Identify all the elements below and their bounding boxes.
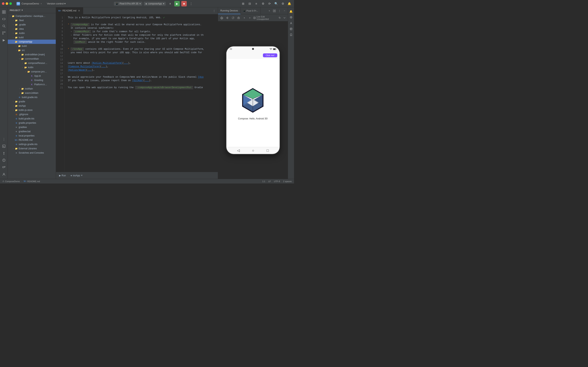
tree-item-local-properties[interactable]: › ⚙ local.properties bbox=[8, 133, 56, 138]
tree-item-idea[interactable]: › 📁 .idea bbox=[8, 27, 56, 31]
refresh-live-edit-btn[interactable]: ↻ bbox=[278, 16, 282, 20]
run-button[interactable]: ▶ bbox=[174, 1, 180, 6]
status-indent[interactable]: 2 spaces bbox=[283, 180, 292, 183]
search-everywhere-btn[interactable]: 🔍 bbox=[273, 1, 279, 6]
code-editor[interactable]: 1 2 3 4 5 6 7 8 9 10 11 12 13 14 15 16 1 bbox=[56, 14, 218, 172]
tree-item-appkt[interactable]: › K App.kt bbox=[8, 74, 56, 78]
tree-item-composepro[interactable]: › 📂 compose.pro… bbox=[8, 69, 56, 74]
parallel-runs-btn[interactable]: ⏸ bbox=[167, 1, 173, 6]
settings-btn[interactable]: ⚙ bbox=[280, 1, 285, 6]
activity-profile-btn[interactable] bbox=[1, 171, 7, 177]
tree-item-buildgradle-compose[interactable]: › ⚙ build.gradle.kts bbox=[8, 95, 56, 100]
tree-item-iosapp[interactable]: › 📁 iosApp bbox=[8, 104, 56, 108]
editor-tab-readme[interactable]: M+ README.md ✕ bbox=[56, 7, 83, 14]
tab-more-btn[interactable]: ⋮ bbox=[212, 9, 216, 13]
profiler-btn[interactable]: ⊞ bbox=[240, 1, 246, 6]
tree-item-gradle-properties[interactable]: › ⚙ gradle.properties bbox=[8, 121, 56, 125]
activity-project-btn[interactable] bbox=[1, 9, 7, 15]
tree-item-kotlin-src[interactable]: › 📂 kotlin bbox=[8, 65, 56, 69]
ai-side-btn[interactable] bbox=[289, 21, 294, 26]
device-selector[interactable]: 📱 Pixel 9 Pro API 35 ▾ bbox=[114, 2, 142, 6]
tree-item-buildgradle-root[interactable]: › ⚙ build.gradle.kts bbox=[8, 117, 56, 121]
inspect-side-btn[interactable] bbox=[289, 15, 294, 20]
vcs-btn[interactable]: ⚙ bbox=[260, 1, 266, 6]
more-tools-btn[interactable] bbox=[282, 16, 287, 20]
activity-problems-btn[interactable] bbox=[1, 157, 7, 163]
tree-item-src[interactable]: › 📂 src bbox=[8, 48, 56, 52]
build-btn[interactable]: ≡ bbox=[254, 1, 259, 6]
tree-item-gitignore[interactable]: › ⊘ .gitignore bbox=[8, 112, 56, 117]
app-selector[interactable]: ◈ composeApp ▾ bbox=[144, 2, 166, 6]
activity-run-btn[interactable]: ▶ bbox=[1, 37, 7, 43]
tree-item-settings-gradle[interactable]: › ⚙ settings.gradle.kts bbox=[8, 142, 56, 146]
activity-terminal-btn[interactable] bbox=[1, 143, 7, 149]
activity-code-btn[interactable] bbox=[1, 16, 7, 22]
add-device-btn[interactable]: + bbox=[267, 9, 272, 13]
tree-item-fleet[interactable]: › 📁 .fleet bbox=[8, 18, 56, 23]
phone-recents-btn[interactable]: □ bbox=[267, 149, 269, 153]
activity-more-btn[interactable]: ⋮ bbox=[1, 136, 7, 142]
status-file[interactable]: M+ README.md bbox=[24, 180, 40, 183]
panel-options-btn[interactable]: ⋮ bbox=[277, 9, 281, 13]
power-btn[interactable]: ⏻ bbox=[219, 15, 224, 20]
activity-vcs-btn[interactable] bbox=[1, 30, 7, 36]
status-line-ending[interactable]: LF bbox=[268, 180, 271, 183]
tree-item-androidmain[interactable]: › 📁 androidMain [main] bbox=[8, 52, 56, 57]
minimize-traffic-light[interactable] bbox=[6, 2, 8, 5]
more-options-btn[interactable]: ⋮ bbox=[188, 1, 194, 6]
status-position[interactable]: 1:1 bbox=[262, 180, 265, 183]
phone-click-button[interactable]: Click me! bbox=[263, 53, 277, 57]
notifications-side-btn[interactable]: 🔔 bbox=[289, 9, 294, 14]
tree-item-build-root[interactable]: › 📁 build bbox=[8, 35, 56, 40]
tree-item-scratches[interactable]: › ≡ Scratches and Consoles bbox=[8, 151, 56, 155]
composepro-arrow: › bbox=[24, 70, 27, 73]
tree-item-wasmjsmain[interactable]: › 📁 wasmJsMain bbox=[8, 91, 56, 95]
forward-btn[interactable] bbox=[247, 15, 252, 20]
tree-item-gradle-hidden[interactable]: › 📁 .gradle bbox=[8, 23, 56, 27]
bookmarks-side-btn[interactable] bbox=[289, 32, 294, 37]
close-panel-btn[interactable]: − bbox=[282, 9, 287, 13]
pixel9-tab[interactable]: 📱 Pixel 9 Pr... bbox=[240, 7, 261, 14]
tree-item-iosmain[interactable]: › 📁 iosMain bbox=[8, 87, 56, 91]
activity-plugins-btn[interactable] bbox=[1, 164, 7, 170]
layout-side-btn[interactable] bbox=[289, 26, 294, 32]
version-control-section[interactable]: Version control ▾ bbox=[45, 2, 67, 5]
status-project[interactable]: ⚠ ComposeDemo bbox=[2, 180, 20, 183]
run-tool-btn[interactable]: ▶ Run bbox=[58, 174, 68, 177]
tree-item-composeresources[interactable]: › 📁 composeResour… bbox=[8, 61, 56, 65]
tree-item-readme[interactable]: › M+ README.md bbox=[8, 138, 56, 142]
running-devices-tab[interactable]: Running Devices bbox=[218, 7, 240, 14]
tree-item-kotlin[interactable]: › 📁 .kotlin bbox=[8, 31, 56, 35]
phone-back-btn[interactable]: ◁ bbox=[237, 148, 240, 153]
restore-panel-btn[interactable] bbox=[272, 9, 276, 13]
activity-search-btn[interactable] bbox=[1, 23, 7, 29]
close-traffic-light[interactable] bbox=[2, 2, 4, 5]
tab-close-btn[interactable]: ✕ bbox=[77, 9, 81, 12]
activity-git-btn[interactable] bbox=[1, 150, 7, 156]
tree-item-external-libs[interactable]: › 📁 External Libraries bbox=[8, 146, 56, 151]
tree-item-platformkt[interactable]: › K Platform.k… bbox=[8, 82, 56, 87]
notifications-btn[interactable]: 🔔 bbox=[287, 1, 292, 6]
tree-item-gradlew-bat[interactable]: › ≡ gradlew.bat bbox=[8, 129, 56, 133]
inspect-btn[interactable]: ⊟ bbox=[247, 1, 252, 6]
volume-btn[interactable] bbox=[225, 15, 230, 20]
ios-app-tool-btn[interactable]: ◈ iosApp ✕ bbox=[69, 174, 84, 177]
navigate-btn[interactable] bbox=[242, 15, 247, 20]
tree-item-kotlinjsstore[interactable]: › 📁 kotlin-js-store bbox=[8, 108, 56, 112]
rotate-btn[interactable] bbox=[230, 15, 235, 20]
tree-item-composedemo[interactable]: › 📁 ComposeDemo ~/workspa… bbox=[8, 14, 56, 18]
project-title-section[interactable]: CD ComposeDemo ▾ bbox=[15, 1, 43, 6]
tree-item-gradlew[interactable]: › ≡ gradlew bbox=[8, 125, 56, 129]
tree-item-greeting[interactable]: › K Greeting bbox=[8, 78, 56, 82]
tree-item-build-compose[interactable]: › 📁 build bbox=[8, 44, 56, 48]
tree-item-gradle[interactable]: › 📁 gradle bbox=[8, 100, 56, 104]
stop-button[interactable]: ■ bbox=[181, 1, 187, 6]
back-camera-btn[interactable] bbox=[236, 15, 241, 20]
tree-item-composeapp[interactable]: › 📂 composeApp bbox=[8, 40, 56, 44]
maximize-traffic-light[interactable] bbox=[9, 2, 12, 5]
phone-home-btn[interactable]: ○ bbox=[252, 149, 254, 153]
sync-btn[interactable]: ⟳ bbox=[267, 1, 272, 6]
tree-item-commonmain[interactable]: › 📂 commonMain bbox=[8, 57, 56, 61]
status-encoding[interactable]: UTF-8 bbox=[274, 180, 280, 183]
ios-close[interactable]: ✕ bbox=[81, 174, 83, 177]
